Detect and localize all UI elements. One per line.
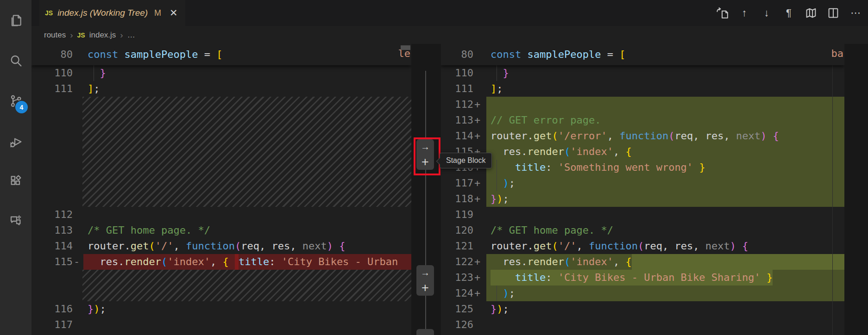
line-tail — [779, 128, 844, 144]
previous-change-button[interactable]: ↑ — [735, 5, 754, 21]
line-tail — [632, 144, 844, 160]
breadcrumb-file[interactable]: index.js — [89, 31, 116, 40]
code-line-content[interactable]: res.render('index', { title: 'City Bikes… — [83, 254, 411, 270]
code-line-content[interactable]: const samplePeople = [ — [486, 47, 844, 62]
split-editor-button[interactable] — [824, 5, 843, 21]
stage-block-button[interactable]: + — [416, 280, 434, 296]
map-button[interactable] — [801, 5, 821, 21]
sidebar-item-explorer[interactable] — [0, 6, 31, 35]
clipped-text-fragment: ba — [831, 48, 844, 59]
code-line[interactable]: 116}); — [31, 301, 411, 317]
code-line-content[interactable]: }); — [83, 301, 411, 317]
code-line-content[interactable]: res.render('index', { — [486, 254, 844, 270]
code-line[interactable]: 115- res.render('index', { title: 'City … — [31, 254, 411, 270]
close-icon[interactable]: ✕ — [170, 7, 178, 19]
more-actions-button[interactable]: ⋯ — [846, 5, 865, 21]
code-line[interactable]: 110 } — [441, 65, 844, 81]
sticky-scroll-line[interactable]: 80const samplePeople = [ le — [31, 44, 411, 65]
code-line-content[interactable] — [486, 97, 844, 112]
code-line[interactable]: 118+}); — [441, 191, 844, 207]
sidebar-item-source-control[interactable]: 4 — [0, 87, 31, 115]
code-line[interactable]: 122+ res.render('index', { — [441, 254, 844, 270]
code-line[interactable]: 126 — [441, 317, 844, 333]
files-icon — [8, 13, 23, 28]
code-line-content[interactable] — [486, 207, 844, 223]
line-number: 111 — [31, 81, 73, 97]
original-pane[interactable]: 80const samplePeople = [ le 110 }111];11… — [31, 44, 411, 335]
code-line[interactable]: 111]; — [31, 81, 411, 97]
code-line-content[interactable]: router.get('/', function(req, res, next)… — [83, 238, 411, 254]
code-line-content[interactable]: /* GET home page. */ — [486, 223, 844, 238]
code-line-content[interactable]: res.render('index', { — [486, 144, 844, 160]
sidebar-item-chat[interactable] — [0, 206, 31, 235]
code-line[interactable]: 80const samplePeople = [ — [31, 47, 411, 62]
open-file-button[interactable] — [712, 5, 732, 21]
line-number: 115 — [31, 254, 73, 270]
code-line[interactable]: 110 } — [31, 65, 411, 81]
code-line[interactable]: 121router.get('/', function(req, res, ne… — [441, 238, 844, 254]
code-line-content[interactable]: ]; — [486, 81, 844, 97]
code-line-content[interactable]: title: 'City Bikes - Urban Bike Sharing'… — [486, 270, 844, 285]
code-line-content[interactable]: router.get('/', function(req, res, next)… — [486, 238, 844, 254]
diff-sign — [473, 81, 486, 97]
breadcrumb-more[interactable]: … — [127, 31, 135, 40]
diff-action-group-3: → — [416, 329, 434, 335]
code-line-content[interactable]: router.get('/error', function(req, res, … — [486, 128, 844, 144]
code-line[interactable]: 114+router.get('/error', function(req, r… — [441, 128, 844, 144]
code-line[interactable]: 125}); — [441, 301, 844, 317]
code-line-content[interactable]: const samplePeople = [ — [83, 47, 411, 62]
code-line-content[interactable]: }); — [486, 191, 844, 207]
modified-pane[interactable]: 80const samplePeople = [ ba 110 }111];11… — [441, 44, 844, 335]
code-line[interactable]: 113/* GET home page. */ — [31, 223, 411, 238]
code-line-content[interactable]: title: 'Something went wrong' } — [486, 160, 844, 175]
breadcrumb-folder[interactable]: routes — [44, 31, 66, 40]
sticky-scroll-line[interactable]: 80const samplePeople = [ ba — [441, 44, 844, 65]
code-line-content[interactable]: ); — [486, 175, 844, 191]
code-line-content[interactable]: } — [486, 65, 844, 81]
code-line[interactable]: 120/* GET home page. */ — [441, 223, 844, 238]
code-line-content[interactable]: ); — [486, 285, 844, 301]
line-gutter: 112+ — [441, 97, 486, 112]
sidebar-item-search[interactable] — [0, 46, 31, 75]
diff-filler-hatch — [82, 270, 411, 301]
code-line-content[interactable]: /* GET home page. */ — [83, 223, 411, 238]
code-line-content[interactable]: // GET error page. — [486, 112, 844, 128]
code-line-content[interactable] — [83, 317, 411, 333]
code-line[interactable]: 113+// GET error page. — [441, 112, 844, 128]
sidebar-item-extensions[interactable] — [0, 166, 31, 195]
code-line[interactable]: 117+ ); — [441, 175, 844, 191]
left-scrollbar-slider[interactable] — [401, 45, 410, 50]
next-change-button[interactable]: ↓ — [757, 5, 776, 21]
code-line[interactable]: 117 — [31, 317, 411, 333]
code-line[interactable]: 124+ ); — [441, 285, 844, 301]
diff-sign — [473, 317, 486, 333]
code-line[interactable]: 123+ title: 'City Bikes - Urban Bike Sha… — [441, 270, 844, 285]
code-line[interactable]: 114router.get('/', function(req, res, ne… — [31, 238, 411, 254]
diff-sign — [473, 47, 486, 62]
code-line[interactable]: 115+ res.render('index', { — [441, 144, 844, 160]
code-line[interactable]: 112 — [31, 207, 411, 223]
revert-block-button[interactable]: → — [416, 265, 434, 280]
split-editor-icon — [826, 6, 840, 20]
code-line[interactable]: 119 — [441, 207, 844, 223]
code-line[interactable]: 111]; — [441, 81, 844, 97]
right-code-lines[interactable]: 110 }111];112+113+// GET error page.114+… — [441, 65, 844, 333]
revert-block-button[interactable]: → — [416, 329, 434, 335]
render-whitespace-button[interactable]: ¶ — [779, 5, 799, 21]
code-line-content[interactable]: ]; — [83, 81, 411, 97]
line-tail — [515, 285, 844, 301]
code-line-content[interactable] — [83, 207, 411, 223]
code-line-content[interactable] — [486, 317, 844, 333]
line-tail — [515, 175, 844, 191]
annotation-highlight-box — [414, 137, 440, 175]
code-line[interactable]: 116+ title: 'Something went wrong' } — [441, 160, 844, 175]
code-line[interactable]: 80const samplePeople = [ — [441, 47, 844, 62]
code-line[interactable]: 112+ — [441, 97, 844, 112]
code-line-content[interactable]: }); — [486, 301, 844, 317]
line-number: 114 — [31, 238, 73, 254]
code-line-content[interactable]: } — [83, 65, 411, 81]
tab-indexjs-working-tree[interactable]: JS index.js (Working Tree) M ✕ — [39, 0, 185, 26]
sidebar-item-run-debug[interactable] — [0, 128, 31, 156]
line-gutter: 111 — [441, 81, 486, 97]
left-code-lines[interactable]: 110 }111];112113/* GET home page. */114r… — [31, 65, 411, 333]
